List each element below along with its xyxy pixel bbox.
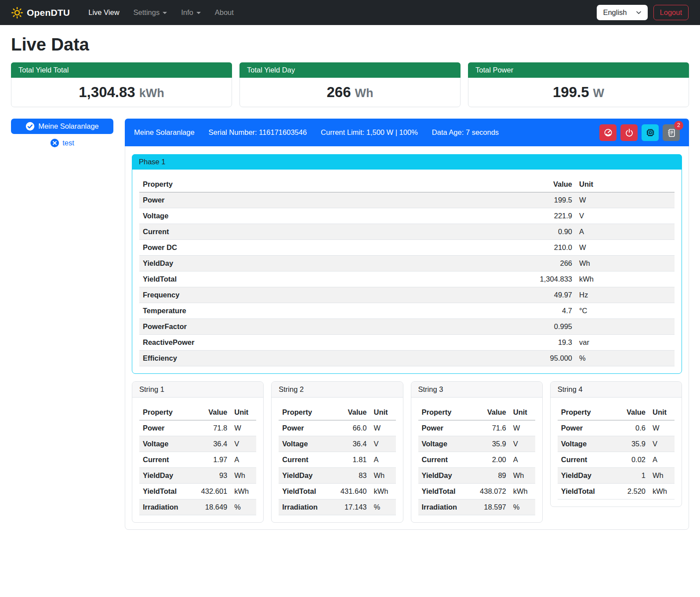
- table-row: YieldDay93Wh: [139, 468, 256, 484]
- value-cell: 35.9: [469, 436, 509, 452]
- unit-cell: W: [649, 420, 675, 436]
- summary-card-total-yield-day: Total Yield Day 266Wh: [239, 62, 461, 107]
- string-table: Property Value Unit Power71.6WVoltage35.…: [418, 405, 535, 515]
- power-button[interactable]: [620, 124, 638, 141]
- column-header-value: Value: [469, 405, 509, 420]
- inverter-select-button[interactable]: Meine Solaranlage: [11, 119, 113, 134]
- inverter-link-test[interactable]: test: [11, 138, 113, 148]
- property-cell: Efficiency: [139, 351, 401, 366]
- unit-cell: Hz: [576, 287, 675, 303]
- summary-row: Total Yield Total 1,304.83kWh Total Yiel…: [11, 62, 689, 107]
- table-row: Power0.6W: [558, 420, 675, 436]
- value-cell: 266: [401, 256, 576, 271]
- property-cell: Voltage: [279, 436, 330, 452]
- string-card-4: String 4 Property Value Unit: [550, 381, 682, 507]
- summary-card-total-power: Total Power 199.5W: [468, 62, 689, 107]
- value-cell: 95.000: [401, 351, 576, 366]
- table-row: YieldDay1Wh: [558, 468, 675, 484]
- card-title: Total Power: [468, 62, 689, 78]
- value-cell: 432.601: [191, 484, 231, 499]
- property-cell: Irradiation: [418, 499, 470, 515]
- table-row: Power66.0W: [279, 420, 395, 436]
- table-row: YieldTotal432.601kWh: [139, 484, 256, 499]
- inverter-actions: 2: [599, 124, 680, 141]
- value-cell: 0.02: [613, 452, 649, 468]
- property-cell: Irradiation: [279, 499, 330, 515]
- value-cell: 221.9: [401, 208, 576, 224]
- current-limit: Current Limit: 1,500 W | 100%: [321, 128, 418, 137]
- unit-cell: Wh: [231, 468, 256, 484]
- unit-cell: [576, 319, 675, 335]
- inverter-select-label: Meine Solaranlage: [38, 122, 99, 130]
- column-header-property: Property: [139, 177, 401, 192]
- limit-settings-button[interactable]: [599, 124, 617, 141]
- unit-cell: °C: [576, 303, 675, 319]
- table-row: Power71.6W: [418, 420, 535, 436]
- table-row: YieldTotal1,304.833kWh: [139, 271, 675, 287]
- property-cell: Power: [139, 420, 191, 436]
- power-icon: [624, 128, 634, 137]
- unit-cell: Wh: [649, 468, 675, 484]
- table-row: YieldTotal431.640kWh: [279, 484, 395, 499]
- nav-item-live-view[interactable]: Live View: [81, 5, 126, 20]
- inverter-sidebar: Meine Solaranlage test: [11, 119, 113, 148]
- strings-row: String 1 Property Value Unit: [132, 381, 682, 523]
- event-log-button[interactable]: 2: [663, 124, 680, 141]
- value-cell: 210.0: [401, 240, 576, 256]
- language-select[interactable]: English: [597, 5, 647, 20]
- navbar: OpenDTU Live View Settings Info About En…: [0, 0, 700, 25]
- property-cell: YieldTotal: [279, 484, 330, 499]
- value-cell: 71.8: [191, 420, 231, 436]
- column-header-value: Value: [191, 405, 231, 420]
- chevron-down-icon: [163, 12, 167, 14]
- value-cell: 49.97: [401, 287, 576, 303]
- logout-button[interactable]: Logout: [653, 5, 689, 20]
- value-cell: 89: [469, 468, 509, 484]
- unit-cell: W: [510, 420, 535, 436]
- column-header-value: Value: [613, 405, 649, 420]
- brand[interactable]: OpenDTU: [11, 7, 70, 18]
- unit-cell: A: [649, 452, 675, 468]
- value-cell: 35.9: [613, 436, 649, 452]
- unit-cell: W: [576, 192, 675, 208]
- column-header-property: Property: [558, 405, 613, 420]
- serial-number: Serial Number: 116171603546: [209, 128, 307, 137]
- value-cell: 19.3: [401, 335, 576, 351]
- inverter-card-body: Phase 1 Property Value Unit Power199.5WV…: [125, 146, 689, 529]
- property-cell: PowerFactor: [139, 319, 401, 335]
- nav-item-settings[interactable]: Settings: [127, 5, 174, 20]
- string-title: String 3: [411, 382, 542, 398]
- string-card-2: String 2 Property Value Unit: [271, 381, 403, 523]
- string-table: Property Value Unit Power0.6WVoltage35.9…: [558, 405, 675, 499]
- value-cell: 0.90: [401, 224, 576, 240]
- inverter-link-label: test: [62, 139, 74, 147]
- property-cell: Frequency: [139, 287, 401, 303]
- property-cell: Temperature: [139, 303, 401, 319]
- value-cell: 2.520: [613, 484, 649, 499]
- property-cell: YieldDay: [139, 256, 401, 271]
- table-row: Power199.5W: [139, 192, 675, 208]
- nav-item-info[interactable]: Info: [174, 5, 208, 20]
- unit-cell: A: [510, 452, 535, 468]
- nav-item-about[interactable]: About: [208, 5, 241, 20]
- unit-cell: kWh: [649, 484, 675, 499]
- column-header-value: Value: [401, 177, 576, 192]
- table-row: YieldDay83Wh: [279, 468, 395, 484]
- unit-cell: W: [576, 240, 675, 256]
- value-cell: 93: [191, 468, 231, 484]
- inverter-card: Meine Solaranlage Serial Number: 1161716…: [125, 119, 689, 530]
- property-cell: Voltage: [139, 208, 401, 224]
- property-cell: Power DC: [139, 240, 401, 256]
- table-row: Voltage221.9V: [139, 208, 675, 224]
- value-cell: 0.995: [401, 319, 576, 335]
- page-container: Live Data Total Yield Total 1,304.83kWh …: [0, 25, 700, 543]
- property-cell: YieldTotal: [139, 271, 401, 287]
- data-age: Data Age: 7 seconds: [432, 128, 499, 137]
- unit-cell: Wh: [576, 256, 675, 271]
- property-cell: YieldTotal: [418, 484, 470, 499]
- column-header-unit: Unit: [649, 405, 675, 420]
- device-info-button[interactable]: [642, 124, 659, 141]
- value-cell: 18.649: [191, 499, 231, 515]
- unit-cell: %: [231, 499, 256, 515]
- table-row: Irradiation18.649%: [139, 499, 256, 515]
